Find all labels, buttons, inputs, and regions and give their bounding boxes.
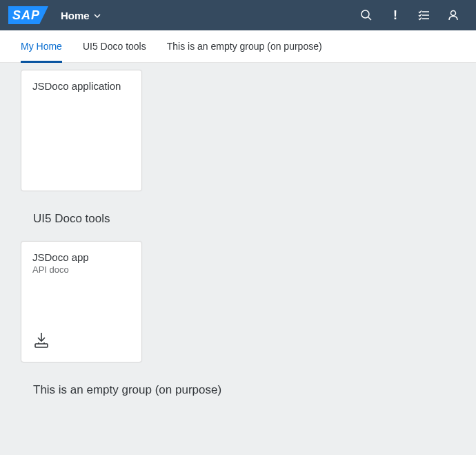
svg-rect-7 <box>35 344 48 347</box>
svg-point-5 <box>451 11 456 16</box>
shell-title-label: Home <box>61 10 90 21</box>
anchor-ui5-doco-tools[interactable]: UI5 Doco tools <box>83 30 146 63</box>
tile-title: JSDoco application <box>32 80 130 92</box>
search-icon[interactable] <box>360 9 373 21</box>
tile-title: JSDoco app <box>32 251 130 263</box>
shell-title-dropdown[interactable]: Home <box>61 10 101 21</box>
anchor-label: My Home <box>21 41 62 52</box>
anchor-empty-group[interactable]: This is an empty group (on purpose) <box>167 30 322 63</box>
tile-jsdoco-app[interactable]: JSDoco app API doco <box>21 241 142 362</box>
tasks-icon[interactable] <box>418 9 430 21</box>
sap-logo[interactable]: SAP <box>8 6 48 24</box>
anchor-bar: My Home UI5 Doco tools This is an empty … <box>0 30 476 63</box>
group-title-empty-group: This is an empty group (on purpose) <box>33 383 455 397</box>
svg-point-0 <box>361 10 369 18</box>
tile-subtitle: API doco <box>32 264 130 275</box>
header-icons: ! <box>360 9 468 21</box>
tile-jsdoco-application[interactable]: JSDoco application <box>21 70 142 191</box>
shell-header: SAP Home ! <box>0 0 476 30</box>
user-icon[interactable] <box>447 9 459 21</box>
notification-icon[interactable]: ! <box>389 9 401 21</box>
anchor-my-home[interactable]: My Home <box>21 30 62 63</box>
anchor-label: This is an empty group (on purpose) <box>167 41 322 52</box>
content-area: JSDoco application UI5 Doco tools JSDoco… <box>0 63 476 455</box>
anchor-label: UI5 Doco tools <box>83 41 146 52</box>
svg-line-1 <box>368 17 371 20</box>
group-title-ui5-doco-tools: UI5 Doco tools <box>33 212 455 226</box>
download-icon <box>32 331 130 352</box>
chevron-down-icon <box>94 10 101 21</box>
